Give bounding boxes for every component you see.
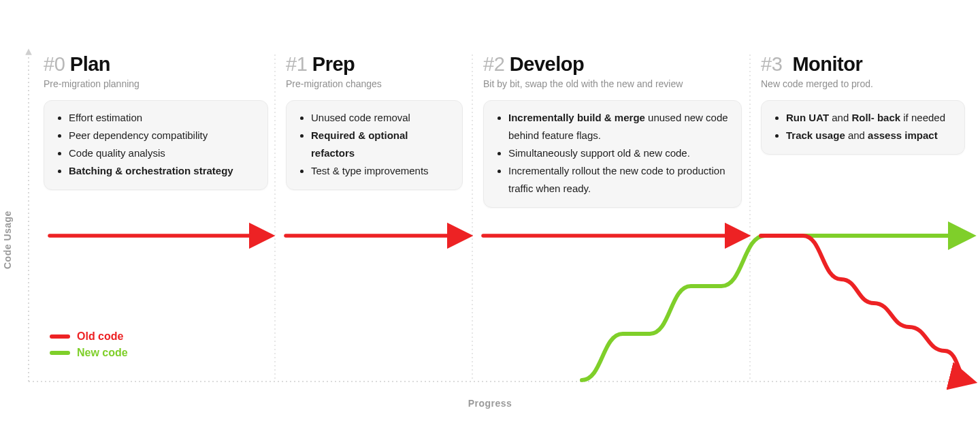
phase-items: Run UAT and Roll- back if neededTrack us… — [774, 109, 952, 144]
phase-prep: #1 Prep Pre-migration changes Unused cod… — [286, 53, 463, 190]
new-code-line — [582, 236, 965, 380]
phase-card: Effort estimationPeer dependency compati… — [44, 100, 268, 190]
list-item: Track usage and assess impact — [786, 127, 952, 144]
phase-develop: #2 Develop Bit by bit, swap the old with… — [483, 53, 742, 208]
list-item: Simultaneously support old & new code. — [508, 144, 729, 162]
migration-phases-diagram: Code Usage Progress #0 Plan Pre-migratio… — [0, 0, 980, 421]
legend-label: New code — [77, 347, 128, 359]
list-item: Effort estimation — [69, 109, 255, 127]
phase-card: Unused code removalRequired & optional r… — [286, 100, 463, 190]
phase-subtitle: Pre-migration planning — [44, 78, 268, 89]
list-item: Incrementally rollout the new code to pr… — [508, 162, 729, 198]
phase-number: #0 — [44, 53, 65, 75]
phase-title: #1 Prep — [286, 53, 463, 76]
list-item: Required & optional refactors — [311, 127, 450, 162]
y-axis-label: Code Usage — [2, 210, 13, 269]
list-item: Code quality analysis — [69, 144, 255, 162]
list-item: Unused code removal — [311, 109, 450, 127]
phase-items: Effort estimationPeer dependency compati… — [56, 109, 255, 180]
swatch-icon — [50, 334, 70, 339]
old-code-line-phase-3 — [761, 236, 966, 380]
phase-title: #2 Develop — [483, 53, 742, 76]
phase-card: Incrementally build & merge unused new c… — [483, 100, 742, 208]
phase-title: #0 Plan — [44, 53, 268, 76]
legend-old-code: Old code — [50, 330, 128, 343]
legend: Old code New code — [50, 330, 128, 363]
swatch-icon — [50, 351, 70, 355]
phase-name: Develop — [510, 53, 584, 75]
phase-name: Plan — [70, 53, 110, 75]
phase-monitor: #3 Monitor New code merged to prod. Run … — [761, 53, 965, 155]
phase-number: #1 — [286, 53, 307, 75]
phase-card: Run UAT and Roll- back if neededTrack us… — [761, 100, 965, 155]
list-item: Peer dependency compatibility — [69, 127, 255, 144]
list-item: Run UAT and Roll- back if needed — [786, 109, 952, 127]
legend-label: Old code — [77, 330, 123, 343]
phase-number: #2 — [483, 53, 504, 75]
phase-subtitle: New code merged to prod. — [761, 78, 965, 89]
x-axis-label: Progress — [468, 398, 512, 409]
phase-items: Incrementally build & merge unused new c… — [496, 109, 729, 198]
phase-plan: #0 Plan Pre-migration planning Effort es… — [44, 53, 268, 190]
phase-title: #3 Monitor — [761, 53, 965, 76]
phase-items: Unused code removalRequired & optional r… — [299, 109, 450, 180]
phase-number: #3 — [761, 53, 782, 75]
legend-new-code: New code — [50, 347, 128, 359]
phase-name: Prep — [312, 53, 355, 75]
phase-subtitle: Pre-migration changes — [286, 78, 463, 89]
phase-name: Monitor — [792, 53, 862, 75]
list-item: Incrementally build & merge unused new c… — [508, 109, 729, 144]
list-item: Test & type improvements — [311, 162, 450, 180]
phase-subtitle: Bit by bit, swap the old with the new an… — [483, 78, 742, 89]
list-item: Batching & orchestration strategy — [69, 162, 255, 180]
